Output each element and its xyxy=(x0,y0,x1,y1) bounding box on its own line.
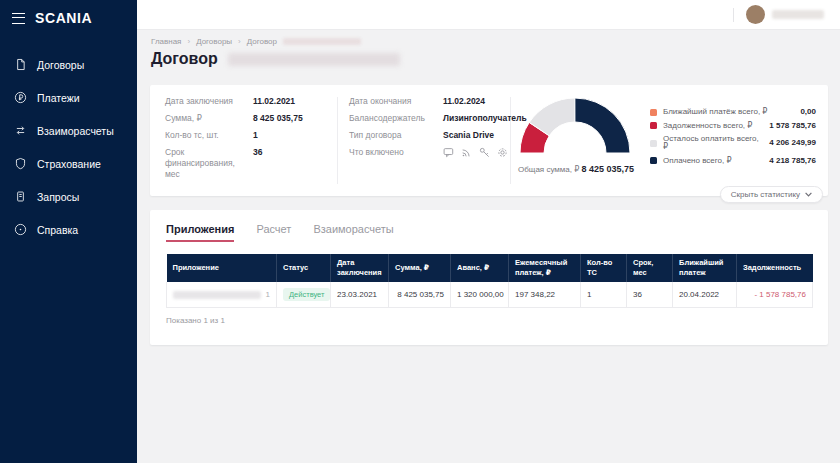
clipboard-icon xyxy=(14,190,27,203)
chat-icon[interactable] xyxy=(443,147,454,158)
col-vehicle-count: Кол-во ТС xyxy=(581,254,627,282)
tabs: Приложения Расчет Взаиморасчеты xyxy=(150,210,828,242)
signal-icon[interactable] xyxy=(461,147,472,158)
field-value: 8 425 035,75 xyxy=(253,113,303,124)
column-divider xyxy=(510,97,511,184)
sidebar-header: SCANIA xyxy=(0,0,137,36)
legend-swatch xyxy=(650,122,657,129)
field-sum: Сумма, ₽ 8 425 035,75 xyxy=(165,113,333,124)
topbar xyxy=(137,0,840,30)
app-window: SCANIA Договоры Платежи Взаиморасчеты Ст… xyxy=(0,0,840,463)
scania-logo[interactable]: SCANIA xyxy=(35,10,92,26)
field-label: Кол-во тс, шт. xyxy=(165,130,253,141)
sidebar-item-payments[interactable]: Платежи xyxy=(0,81,137,114)
appendices-table-wrap: Приложение Статус Дата заключения Сумма,… xyxy=(166,254,812,308)
field-value: 11.02.2021 xyxy=(253,96,295,107)
content-area: Главная Договоры Договор Договор Дата за… xyxy=(137,30,840,463)
table-header-row: Приложение Статус Дата заключения Сумма,… xyxy=(167,254,813,282)
col-debt: Задолженность xyxy=(737,254,813,282)
appendix-number-redacted xyxy=(173,291,261,299)
breadcrumb-home[interactable]: Главная xyxy=(151,37,181,46)
legend-next-payment: Ближайший платёж всего, ₽ 0,00 xyxy=(650,108,816,116)
appendix-suffix: 1 xyxy=(266,290,270,299)
col-monthly-payment: Ежемесячный платеж, ₽ xyxy=(509,254,581,282)
tab-settlements[interactable]: Взаиморасчеты xyxy=(313,223,393,242)
field-label: Балансодержатель xyxy=(349,113,443,124)
field-value: 36 xyxy=(253,147,262,180)
cell-monthly-payment: 197 348,22 xyxy=(509,282,581,308)
gauge-arcs xyxy=(518,95,632,157)
field-contract-type: Тип договора Scania Drive xyxy=(349,130,507,141)
legend-debt: Задолженность всего, ₽ 1 578 785,76 xyxy=(650,122,816,130)
table-row[interactable]: 1 Действует 23.03.2021 8 425 035,75 1 32… xyxy=(167,282,813,308)
user-avatar[interactable] xyxy=(746,5,765,24)
sidebar-item-label: Договоры xyxy=(37,59,84,71)
key-icon[interactable] xyxy=(479,147,490,158)
field-signing-date: Дата заключения 11.02.2021 xyxy=(165,96,333,107)
field-vehicle-count: Кол-во тс, шт. 1 xyxy=(165,130,333,141)
cell-signing-date: 23.03.2021 xyxy=(331,282,389,308)
field-value: 11.02.2024 xyxy=(443,96,485,107)
legend-swatch xyxy=(650,140,657,147)
legend-label: Ближайший платёж всего, ₽ xyxy=(663,108,796,116)
info-circle-icon xyxy=(14,223,27,236)
legend-swatch xyxy=(650,157,657,164)
breadcrumb-contracts[interactable]: Договоры xyxy=(196,37,232,46)
legend-label: Оплачено всего, ₽ xyxy=(663,157,765,165)
breadcrumb-current: Договор xyxy=(247,37,277,46)
gear-icon[interactable] xyxy=(497,147,508,158)
legend-value: 0,00 xyxy=(800,108,816,116)
cell-appendix[interactable]: 1 xyxy=(167,282,277,308)
sidebar-item-requests[interactable]: Запросы xyxy=(0,180,137,213)
tab-appendices[interactable]: Приложения xyxy=(166,223,234,242)
topbar-divider xyxy=(733,8,734,22)
appendices-card: Приложения Расчет Взаиморасчеты Приложен… xyxy=(150,210,828,345)
page-title: Договор xyxy=(151,50,218,68)
cell-sum: 8 425 035,75 xyxy=(389,282,451,308)
legend-remaining: Осталось оплатить всего, ₽ 4 206 249,99 xyxy=(650,135,816,151)
gauge-total-label: Общая сумма, ₽ xyxy=(518,165,579,174)
sidebar: SCANIA Договоры Платежи Взаиморасчеты Ст… xyxy=(0,0,137,463)
cell-status: Действует xyxy=(277,282,331,308)
sidebar-menu: Договоры Платежи Взаиморасчеты Страхован… xyxy=(0,48,137,246)
legend-label: Задолженность всего, ₽ xyxy=(663,122,765,130)
field-label: Срок финансирования, мес xyxy=(165,147,253,180)
contract-summary-card: Дата заключения 11.02.2021 Сумма, ₽ 8 42… xyxy=(150,85,828,196)
sidebar-item-contracts[interactable]: Договоры xyxy=(0,48,137,81)
col-sum: Сумма, ₽ xyxy=(389,254,451,282)
field-label: Дата заключения xyxy=(165,96,253,107)
sidebar-item-label: Взаиморасчеты xyxy=(37,125,114,137)
tab-calculation[interactable]: Расчет xyxy=(256,223,291,242)
hamburger-menu-icon[interactable] xyxy=(12,13,25,24)
hide-statistics-label: Скрыть статистику xyxy=(731,190,800,199)
cell-vehicle-count: 1 xyxy=(581,282,627,308)
contract-fields-left: Дата заключения 11.02.2021 Сумма, ₽ 8 42… xyxy=(165,96,333,186)
sidebar-item-insurance[interactable]: Страхование xyxy=(0,147,137,180)
chart-legend: Ближайший платёж всего, ₽ 0,00 Задолженн… xyxy=(650,108,816,170)
sidebar-item-label: Платежи xyxy=(37,92,80,104)
field-included: Что включено xyxy=(349,147,507,158)
legend-swatch xyxy=(650,109,657,116)
breadcrumb: Главная Договоры Договор xyxy=(151,37,361,46)
breadcrumb-separator-icon xyxy=(187,37,190,46)
field-end-date: Дата окончания 11.02.2024 xyxy=(349,96,507,107)
user-name-redacted[interactable] xyxy=(772,10,824,19)
col-status: Статус xyxy=(277,254,331,282)
field-value: Scania Drive xyxy=(443,130,494,141)
cell-next-payment: 20.04.2022 xyxy=(673,282,737,308)
sidebar-item-help[interactable]: Справка xyxy=(0,213,137,246)
legend-label: Осталось оплатить всего, ₽ xyxy=(663,135,765,151)
document-icon xyxy=(14,58,27,71)
field-value: Лизингополучатель xyxy=(443,113,527,124)
ruble-circle-icon xyxy=(14,91,27,104)
field-value: 1 xyxy=(253,130,258,141)
sidebar-item-settlements[interactable]: Взаиморасчеты xyxy=(0,114,137,147)
table-footer: Показано 1 из 1 xyxy=(166,316,812,325)
gauge-segment xyxy=(575,98,630,153)
chevron-down-icon xyxy=(805,192,812,197)
cell-debt: - 1 578 785,76 xyxy=(737,282,813,308)
legend-paid: Оплачено всего, ₽ 4 218 785,76 xyxy=(650,157,816,165)
exchange-arrows-icon xyxy=(14,124,27,137)
cell-advance: 1 320 000,00 xyxy=(451,282,509,308)
hide-statistics-button[interactable]: Скрыть статистику xyxy=(720,186,823,203)
